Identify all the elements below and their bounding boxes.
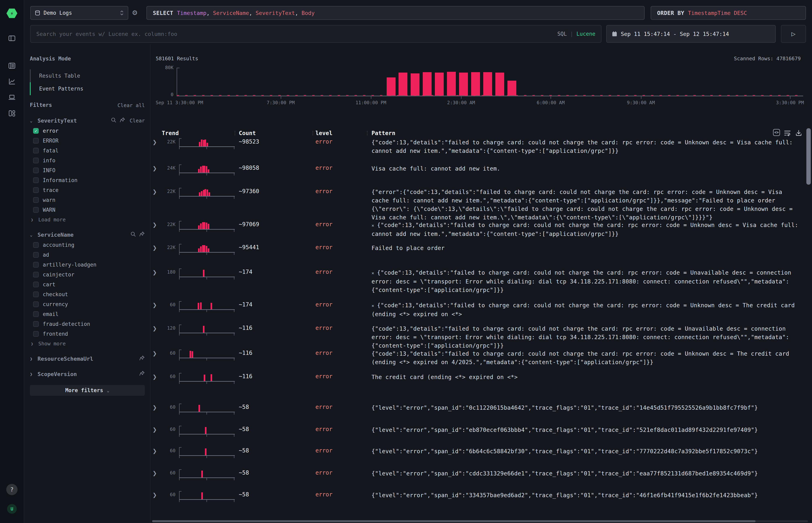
histogram-bar[interactable] (495, 73, 504, 95)
checkbox-unchecked[interactable] (33, 187, 39, 193)
sessions-icon[interactable] (7, 92, 17, 102)
column-header-level[interactable]: level (315, 130, 332, 137)
column-drag-handle[interactable]: ⋮ (310, 130, 315, 136)
more-filters-button[interactable]: More filters⌄ (30, 385, 145, 396)
checkbox-unchecked[interactable] (33, 197, 39, 203)
column-drag-handle[interactable]: ⋮ (365, 130, 370, 136)
facet-value-info[interactable]: INFO (30, 165, 145, 175)
mode-lucene-toggle[interactable]: Lucene (577, 31, 595, 37)
expand-row-icon[interactable]: ❯ (153, 404, 157, 411)
facet-value-warn[interactable]: warn (30, 195, 145, 205)
expand-row-icon[interactable]: ❯ (153, 350, 157, 357)
vertical-scrollbar[interactable] (806, 128, 811, 185)
column-header-count[interactable]: Count (239, 130, 256, 137)
histogram-bar[interactable] (399, 73, 407, 95)
facet-value-error[interactable]: ✓error (30, 126, 145, 136)
toggle-sidebar-icon[interactable] (7, 34, 17, 43)
facet-header-severitytext[interactable]: ⌄SeverityTextClear (30, 115, 145, 126)
settings-gear-icon[interactable]: ⚙ (132, 9, 138, 17)
column-header-pattern[interactable]: Pattern (371, 130, 395, 137)
download-icon[interactable] (795, 129, 803, 137)
facet-search-icon[interactable] (130, 231, 136, 238)
facet-value-information[interactable]: Information (30, 175, 145, 185)
facet-value-warn[interactable]: WARN (30, 205, 145, 215)
dashboards-icon[interactable] (7, 108, 17, 118)
source-select[interactable]: Demo Logs (30, 6, 128, 20)
checkbox-unchecked[interactable] (33, 242, 39, 248)
horizontal-scrollbar[interactable] (152, 520, 808, 522)
run-query-button[interactable]: ▷ (781, 25, 806, 43)
histogram-bar[interactable] (471, 72, 480, 95)
checkbox-unchecked[interactable] (33, 148, 39, 154)
checkbox-unchecked[interactable] (33, 158, 39, 163)
histogram-bar[interactable] (483, 72, 492, 95)
facet-header-scopeversion[interactable]: ❯ScopeVersion (30, 369, 145, 379)
select-query-input[interactable]: SELECT Timestamp, ServiceName, SeverityT… (146, 6, 645, 20)
checkbox-unchecked[interactable] (33, 291, 39, 297)
facet-pin-icon[interactable] (139, 370, 145, 378)
checkbox-checked[interactable]: ✓ (33, 128, 39, 134)
facet-pin-icon[interactable] (139, 355, 145, 362)
expand-row-icon[interactable]: ❯ (153, 448, 157, 454)
expand-row-icon[interactable]: ❯ (153, 470, 157, 476)
facet-search-icon[interactable] (111, 117, 117, 124)
expand-row-icon[interactable]: ❯ (153, 165, 157, 172)
checkbox-unchecked[interactable] (33, 262, 39, 268)
histogram-bar[interactable] (387, 77, 395, 95)
expand-row-icon[interactable]: ❯ (153, 302, 157, 308)
column-header-trend[interactable]: Trend (162, 130, 179, 137)
expand-row-icon[interactable]: ❯ (153, 492, 157, 498)
facet-value-fraud-detection[interactable]: fraud-detection (30, 319, 145, 329)
checkbox-unchecked[interactable] (33, 311, 39, 317)
mode-sql-toggle[interactable]: SQL (557, 31, 567, 37)
checkbox-unchecked[interactable] (33, 331, 39, 337)
histogram-bar[interactable] (411, 73, 420, 95)
checkbox-unchecked[interactable] (33, 282, 39, 287)
checkbox-unchecked[interactable] (33, 272, 39, 277)
facet-value-cart[interactable]: cart (30, 279, 145, 289)
facet-value-checkout[interactable]: checkout (30, 289, 145, 299)
order-by-input[interactable]: ORDER BY TimestampTime DESC (651, 6, 806, 20)
expand-row-icon[interactable]: ❯ (153, 139, 157, 145)
checkbox-unchecked[interactable] (33, 177, 39, 183)
histogram-bar[interactable] (423, 72, 431, 95)
facet-value-artillery-loadgen[interactable]: artillery-loadgen (30, 260, 145, 270)
expand-row-icon[interactable]: ❯ (153, 245, 157, 251)
checkbox-unchecked[interactable] (33, 302, 39, 307)
expand-row-icon[interactable]: ❯ (153, 269, 157, 276)
histogram-bar[interactable] (508, 80, 516, 95)
expand-row-icon[interactable]: ❯ (153, 374, 157, 380)
expand-row-icon[interactable]: ❯ (153, 222, 157, 228)
facet-header-resourceschemaurl[interactable]: ❯ResourceSchemaUrl (30, 354, 145, 364)
app-logo-icon[interactable]: ⚡ (6, 8, 17, 19)
histogram-bar[interactable] (459, 73, 468, 95)
facet-show-more-button[interactable]: ❯Show more (30, 339, 145, 348)
chart-explorer-icon[interactable] (7, 77, 17, 86)
date-range-picker[interactable]: Sep 11 15:47:14 - Sep 12 15:47:14 (606, 25, 776, 43)
facet-value-frontend[interactable]: frontend (30, 329, 145, 339)
help-button[interactable]: ? (6, 484, 18, 495)
facet-header-servicename[interactable]: ⌄ServiceName (30, 230, 145, 240)
expand-row-icon[interactable]: ❯ (153, 325, 157, 332)
checkbox-unchecked[interactable] (33, 207, 39, 213)
facet-clear-button[interactable]: Clear (130, 118, 145, 124)
facet-pin-icon[interactable] (139, 231, 145, 238)
user-avatar[interactable]: U (7, 504, 17, 514)
histogram-bar[interactable] (435, 73, 444, 95)
search-logs-icon[interactable] (7, 61, 17, 71)
histogram-bar[interactable] (447, 72, 456, 95)
checkbox-unchecked[interactable] (33, 252, 39, 258)
analysis-mode-tab-event-patterns[interactable]: Event Patterns (30, 82, 145, 95)
search-input[interactable]: Search your events w/ Lucene ex. column:… (30, 25, 601, 43)
checkbox-unchecked[interactable] (33, 138, 39, 144)
column-drag-handle[interactable]: ⋮ (232, 130, 237, 136)
facet-value-accounting[interactable]: accounting (30, 240, 145, 250)
facet-value-ad[interactable]: ad (30, 250, 145, 260)
view-source-code-icon[interactable]: <> (773, 129, 780, 137)
facet-value-fatal[interactable]: fatal (30, 146, 145, 156)
facet-value-email[interactable]: email (30, 309, 145, 319)
expand-row-icon[interactable]: ❯ (153, 427, 157, 433)
wrap-text-icon[interactable] (783, 129, 791, 137)
facet-value-currency[interactable]: currency (30, 299, 145, 309)
facet-load-more-button[interactable]: ❯Load more (30, 215, 145, 224)
